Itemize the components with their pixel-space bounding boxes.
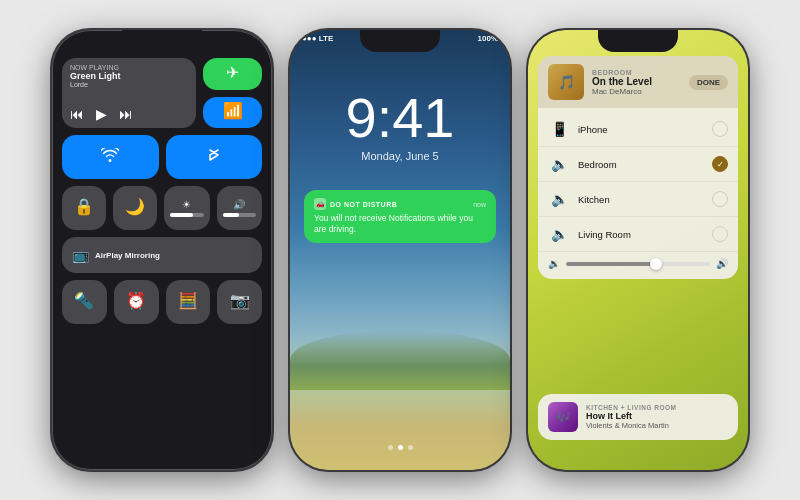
livingroom-device-name: Living Room [578,229,704,240]
phone-airplay: 🎵 BEDROOM On the Level Mac DeMarco DONE … [528,30,748,470]
rewind-icon[interactable]: ⏮ [70,106,84,122]
landscape-bg [290,330,510,390]
cc-flashlight-tile[interactable]: 🔦 [62,280,107,324]
lock-date: Monday, June 5 [290,150,510,162]
cc-wifi-tile[interactable] [62,135,159,179]
vol-high-icon: 🔊 [716,258,728,269]
vol-fill [566,262,652,266]
lock-time-area: 9:41 Monday, June 5 [290,90,510,162]
fastforward-icon[interactable]: ⏭ [119,106,133,122]
second-album-art: 🎶 [548,402,578,432]
cc-playback-controls: ⏮ ▶ ⏭ [70,106,133,122]
dot-1 [388,445,393,450]
cellular-icon: 📶 [223,103,243,119]
done-button[interactable]: DONE [689,75,728,90]
device-livingroom[interactable]: 🔈 Living Room [538,217,738,252]
track-title: On the Level [592,76,681,87]
kitchen-device-name: Kitchen [578,194,704,205]
dot-2 [398,445,403,450]
airplay-card[interactable]: 🎵 BEDROOM On the Level Mac DeMarco DONE … [538,56,738,279]
calculator-icon: 🧮 [178,293,198,309]
notch [122,30,202,52]
cc-row-bottom: 🔦 ⏰ 🧮 📷 [62,280,262,324]
livingroom-check [712,226,728,242]
cc-cellular-tile[interactable]: 📶 [203,97,262,129]
moon-icon: 🌙 [125,199,145,215]
dot-3 [408,445,413,450]
vol-knob[interactable] [650,258,662,270]
dnd-icon: 🚗 [314,198,326,210]
track-artist: Mac DeMarco [592,87,681,96]
cc-row-1: NOW PLAYING Green Light Lorde ⏮ ▶ ⏭ ✈ [62,58,262,128]
carrier-label: ●●● LTE [302,34,333,43]
control-center-panel: NOW PLAYING Green Light Lorde ⏮ ▶ ⏭ ✈ [62,58,262,460]
bedroom-check: ✓ [712,156,728,172]
volume-slider[interactable] [223,213,257,217]
cc-volume-slider-tile[interactable]: 🔊 [217,186,263,230]
cc-now-playing-tile[interactable]: NOW PLAYING Green Light Lorde ⏮ ▶ ⏭ [62,58,196,128]
phone-lock-screen: ●●● LTE 100% 9:41 Monday, June 5 🚗 DO NO… [290,30,510,470]
camera-icon: 📷 [230,293,250,309]
cc-clock-tile[interactable]: ⏰ [114,280,159,324]
iphone-device-name: iPhone [578,124,704,135]
play-icon[interactable]: ▶ [96,106,107,122]
device-kitchen[interactable]: 🔈 Kitchen [538,182,738,217]
device-bedroom[interactable]: 🔈 Bedroom ✓ [538,147,738,182]
second-room-label: KITCHEN + LIVING ROOM [586,404,728,411]
cc-dnd-tile[interactable]: 🌙 [113,186,157,230]
bedroom-device-name: Bedroom [578,159,704,170]
second-track-card[interactable]: 🎶 KITCHEN + LIVING ROOM How It Left Viol… [538,394,738,440]
brightness-icon: ☀ [182,199,191,210]
phone-control-center: NOW PLAYING Green Light Lorde ⏮ ▶ ⏭ ✈ [52,30,272,470]
second-track-info: KITCHEN + LIVING ROOM How It Left Violen… [586,404,728,430]
iphone-device-icon: 📱 [548,118,570,140]
airplay-label: AirPlay Mirroring [95,251,160,260]
cc-brightness-slider-tile[interactable]: ☀ [164,186,210,230]
brightness-slider[interactable] [170,213,204,217]
dnd-notification-banner[interactable]: 🚗 DO NOT DISTURB now You will not receiv… [304,190,496,243]
airplane-icon: ✈ [226,65,239,81]
kitchen-check [712,191,728,207]
bluetooth-icon [208,146,220,167]
lock-screen-screen: ●●● LTE 100% 9:41 Monday, June 5 🚗 DO NO… [290,30,510,470]
dnd-time-label: now [473,201,486,208]
cc-airplane-tile[interactable]: ✈ [203,58,262,90]
cc-bluetooth-tile[interactable] [166,135,263,179]
cc-now-title: Green Light [70,71,121,81]
notch-3 [598,30,678,52]
flashlight-icon: 🔦 [74,293,94,309]
dnd-header: 🚗 DO NOT DISTURB now [314,198,486,210]
dnd-body-text: You will not receive Notifications while… [314,213,486,235]
livingroom-device-icon: 🔈 [548,223,570,245]
room-label: BEDROOM [592,69,681,76]
notch-2 [360,30,440,52]
airplay-header: 🎵 BEDROOM On the Level Mac DeMarco DONE [538,56,738,108]
cc-now-artist: Lorde [70,81,121,88]
cc-row-airplay: 📺 AirPlay Mirroring [62,237,262,273]
second-track-artist: Violents & Monica Martin [586,421,728,430]
bedroom-device-icon: 🔈 [548,153,570,175]
cc-rotation-tile[interactable]: 🔒 [62,186,106,230]
cc-airplay-tile[interactable]: 📺 AirPlay Mirroring [62,237,262,273]
track-info: BEDROOM On the Level Mac DeMarco [592,69,681,96]
kitchen-device-icon: 🔈 [548,188,570,210]
dnd-title-label: DO NOT DISTURB [330,201,469,208]
volume-icon: 🔊 [233,199,245,210]
album-art: 🎵 [548,64,584,100]
airplay-icon: 📺 [72,247,89,263]
lock-clock: 9:41 [290,90,510,146]
volume-slider-airplay[interactable] [566,262,710,266]
vol-low-icon: 🔉 [548,258,560,269]
page-indicators [290,445,510,450]
airplay-device-list: 📱 iPhone 🔈 Bedroom ✓ 🔈 Kitchen 🔈 Livi [538,108,738,279]
airplay-screen: 🎵 BEDROOM On the Level Mac DeMarco DONE … [528,30,748,470]
device-iphone[interactable]: 📱 iPhone [538,112,738,147]
control-center-screen: NOW PLAYING Green Light Lorde ⏮ ▶ ⏭ ✈ [52,30,272,470]
wifi-icon [101,148,119,165]
cc-calculator-tile[interactable]: 🧮 [166,280,211,324]
cc-row-3: 🔒 🌙 ☀ 🔊 [62,186,262,230]
rotation-icon: 🔒 [74,199,94,215]
cc-row-2 [62,135,262,179]
cc-camera-tile[interactable]: 📷 [217,280,262,324]
cc-now-label: NOW PLAYING [70,64,121,71]
